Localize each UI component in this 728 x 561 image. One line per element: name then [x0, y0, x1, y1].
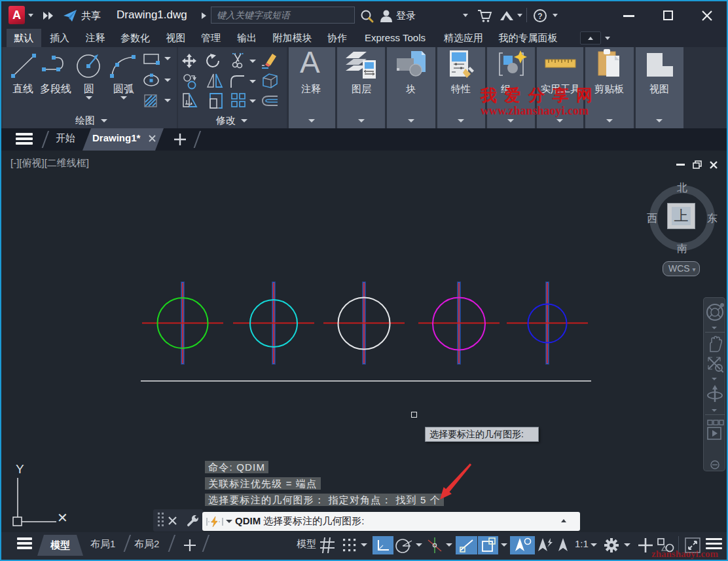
svg-text:?: ? — [537, 12, 542, 21]
